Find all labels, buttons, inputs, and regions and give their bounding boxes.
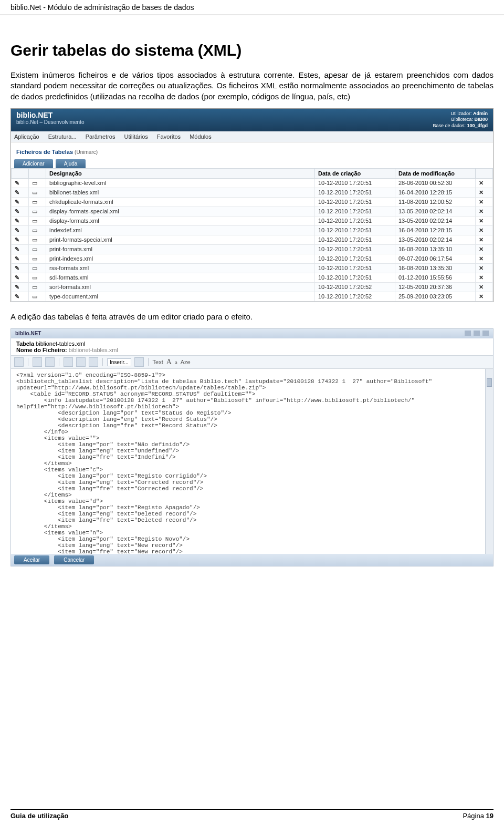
- scroll-thumb[interactable]: [487, 378, 492, 387]
- font-aze-icon[interactable]: Aze: [181, 359, 191, 365]
- modified-cell: 13-05-2010 02:02:14: [395, 216, 476, 225]
- table-row: ✎▭biblionet-tables.xml10-12-2010 17:20:5…: [12, 188, 493, 197]
- insert-dropdown[interactable]: Inserir...: [107, 358, 131, 366]
- delete-icon[interactable]: ✕: [476, 244, 493, 254]
- open-icon[interactable]: ▭: [29, 292, 46, 301]
- open-icon[interactable]: ▭: [29, 188, 46, 197]
- redo-icon[interactable]: [45, 357, 55, 367]
- edit-icon[interactable]: ✎: [12, 292, 29, 301]
- delete-icon[interactable]: ✕: [476, 273, 493, 282]
- created-cell: 10-12-2010 17:20:51: [315, 273, 395, 282]
- delete-icon[interactable]: ✕: [476, 263, 493, 273]
- editor-subheader: Tabela biblionet-tables.xml Nome do Fich…: [11, 338, 493, 356]
- edit-icon[interactable]: ✎: [12, 188, 29, 197]
- created-cell: 10-12-2010 17:20:51: [315, 197, 395, 207]
- menu-utilitarios[interactable]: Utilitários: [124, 133, 148, 140]
- maximize-icon[interactable]: [474, 331, 480, 336]
- font-a-icon[interactable]: A: [166, 358, 172, 366]
- open-icon[interactable]: ▭: [29, 178, 46, 188]
- open-icon[interactable]: ▭: [29, 244, 46, 254]
- xml-editor-screenshot: biblio.NET Tabela biblionet-tables.xml N…: [10, 328, 494, 566]
- delete-icon[interactable]: ✕: [476, 207, 493, 216]
- file-name-cell[interactable]: display-formats-special.xml: [46, 207, 315, 216]
- delete-icon[interactable]: ✕: [476, 216, 493, 225]
- close-icon[interactable]: [482, 331, 489, 336]
- delete-icon[interactable]: ✕: [476, 188, 493, 197]
- file-name-cell[interactable]: bibliographic-level.xml: [46, 178, 315, 188]
- document-header: biblio.Net - Módulo de administração de …: [0, 0, 504, 15]
- editor-titlebar: biblio.NET: [11, 329, 493, 338]
- text-label: Text: [153, 359, 163, 365]
- delete-icon[interactable]: ✕: [476, 225, 493, 235]
- file-name-cell[interactable]: display-formats.xml: [46, 216, 315, 225]
- tab-adicionar[interactable]: Adicionar: [14, 159, 53, 168]
- undo-icon[interactable]: [33, 357, 42, 367]
- cancel-button[interactable]: Cancelar: [54, 555, 94, 564]
- paste-icon[interactable]: [89, 357, 98, 367]
- modified-cell: 16-08-2010 13:35:30: [395, 263, 476, 273]
- cut-icon[interactable]: [64, 357, 73, 367]
- file-name-cell[interactable]: print-indexes.xml: [46, 254, 315, 263]
- table-row: ✎▭sdi-formats.xml10-12-2010 17:20:5101-1…: [12, 273, 493, 282]
- edit-icon[interactable]: ✎: [12, 178, 29, 188]
- menu-estrutura[interactable]: Estrutura...: [48, 133, 77, 140]
- menu-modulos[interactable]: Módulos: [190, 133, 212, 140]
- edit-icon[interactable]: ✎: [12, 244, 29, 254]
- delete-icon[interactable]: ✕: [476, 282, 493, 292]
- delete-icon[interactable]: ✕: [476, 254, 493, 263]
- edit-icon[interactable]: ✎: [12, 263, 29, 273]
- file-table: Designação Data de criação Data de modif…: [11, 168, 493, 302]
- edit-icon[interactable]: ✎: [12, 207, 29, 216]
- page-footer: Guia de utilização Página 19: [10, 809, 494, 820]
- file-name-cell[interactable]: indexdef.xml: [46, 225, 315, 235]
- file-name-cell[interactable]: sdi-formats.xml: [46, 273, 315, 282]
- app-screenshot-table-list: biblio.NET biblio.Net – Desenvolvimento …: [10, 108, 494, 302]
- menu-favoritos[interactable]: Favoritos: [157, 133, 181, 140]
- file-name-cell[interactable]: print-formats.xml: [46, 244, 315, 254]
- scrollbar[interactable]: [485, 369, 493, 554]
- minimize-icon[interactable]: [465, 331, 471, 336]
- file-name-cell[interactable]: type-document.xml: [46, 292, 315, 301]
- file-name-cell[interactable]: chkduplicate-formats.xml: [46, 197, 315, 207]
- edit-icon[interactable]: ✎: [12, 197, 29, 207]
- created-cell: 10-12-2010 17:20:52: [315, 292, 395, 301]
- open-icon[interactable]: ▭: [29, 207, 46, 216]
- delete-icon[interactable]: ✕: [476, 197, 493, 207]
- link-icon[interactable]: [134, 357, 144, 367]
- accept-button[interactable]: Aceitar: [14, 555, 49, 564]
- save-icon[interactable]: [14, 357, 24, 367]
- edit-icon[interactable]: ✎: [12, 282, 29, 292]
- font-a-small-icon[interactable]: a: [175, 359, 177, 365]
- col-open: [29, 168, 46, 178]
- edit-icon[interactable]: ✎: [12, 254, 29, 263]
- modified-cell: 01-12-2010 15:55:56: [395, 273, 476, 282]
- file-name-value: biblionet-tables.xml: [69, 347, 118, 353]
- edit-icon[interactable]: ✎: [12, 216, 29, 225]
- menu-aplicacao[interactable]: Aplicação: [14, 133, 39, 140]
- modified-cell: 16-08-2010 13:35:10: [395, 244, 476, 254]
- open-icon[interactable]: ▭: [29, 225, 46, 235]
- open-icon[interactable]: ▭: [29, 273, 46, 282]
- edit-icon[interactable]: ✎: [12, 225, 29, 235]
- edit-icon[interactable]: ✎: [12, 273, 29, 282]
- footer-right: Página 19: [463, 812, 494, 820]
- tab-ajuda[interactable]: Ajuda: [56, 159, 86, 168]
- menu-parametros[interactable]: Parâmetros: [86, 133, 116, 140]
- open-icon[interactable]: ▭: [29, 216, 46, 225]
- copy-icon[interactable]: [76, 357, 86, 367]
- open-icon[interactable]: ▭: [29, 263, 46, 273]
- file-name-cell[interactable]: rss-formats.xml: [46, 263, 315, 273]
- editor-textarea[interactable]: <?xml version="1.0" encoding="ISO-8859-1…: [11, 369, 493, 554]
- created-cell: 10-12-2010 17:20:51: [315, 178, 395, 188]
- file-name-cell[interactable]: sort-formats.xml: [46, 282, 315, 292]
- edit-icon[interactable]: ✎: [12, 235, 29, 244]
- delete-icon[interactable]: ✕: [476, 235, 493, 244]
- file-name-cell[interactable]: print-formats-special.xml: [46, 235, 315, 244]
- delete-icon[interactable]: ✕: [476, 292, 493, 301]
- open-icon[interactable]: ▭: [29, 197, 46, 207]
- file-name-cell[interactable]: biblionet-tables.xml: [46, 188, 315, 197]
- delete-icon[interactable]: ✕: [476, 178, 493, 188]
- open-icon[interactable]: ▭: [29, 254, 46, 263]
- open-icon[interactable]: ▭: [29, 235, 46, 244]
- open-icon[interactable]: ▭: [29, 282, 46, 292]
